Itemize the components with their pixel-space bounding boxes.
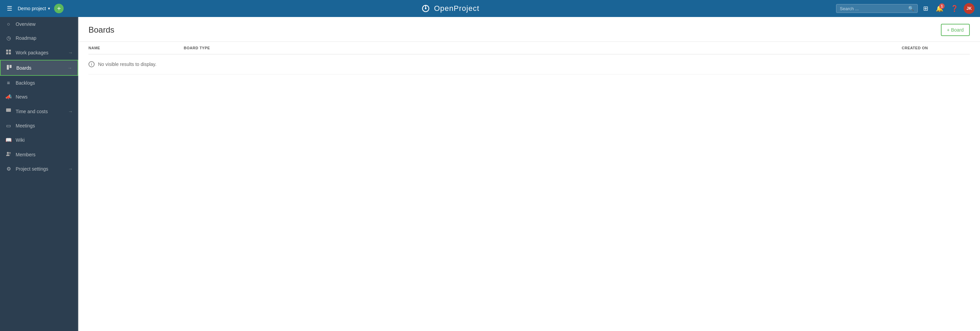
sidebar-item-meetings-label: Meetings bbox=[16, 123, 73, 128]
add-board-button[interactable]: + Board bbox=[941, 24, 970, 36]
svg-rect-3 bbox=[9, 50, 11, 52]
svg-rect-2 bbox=[6, 50, 8, 52]
info-icon: i bbox=[89, 61, 95, 67]
sidebar-resize-handle[interactable] bbox=[77, 17, 78, 331]
add-project-button[interactable]: + bbox=[54, 4, 64, 13]
svg-point-1 bbox=[425, 8, 427, 10]
sidebar-item-roadmap[interactable]: ◷ Roadmap bbox=[0, 31, 78, 45]
sidebar-item-overview[interactable]: ○ Overview bbox=[0, 17, 78, 31]
top-header: ☰ Demo project ▾ + OpenProject 🔍 ⊞ 🔔 1 ❓… bbox=[0, 0, 980, 17]
sidebar-item-wiki-label: Wiki bbox=[16, 137, 73, 143]
sidebar-item-time-and-costs[interactable]: Time and costs → bbox=[0, 104, 78, 119]
work-packages-arrow: → bbox=[68, 50, 73, 55]
logo-text: OpenProject bbox=[434, 4, 479, 13]
table-header: NAME BOARD TYPE CREATED ON bbox=[89, 42, 970, 54]
project-name: Demo project bbox=[18, 6, 46, 11]
col-name-header: NAME bbox=[89, 46, 184, 50]
work-packages-icon bbox=[5, 49, 11, 56]
search-icon: 🔍 bbox=[908, 6, 914, 11]
avatar[interactable]: JK bbox=[964, 3, 975, 14]
project-settings-arrow: → bbox=[68, 166, 73, 172]
col-created-on-header: CREATED ON bbox=[902, 46, 970, 50]
sidebar-item-backlogs[interactable]: ≡ Backlogs bbox=[0, 76, 78, 90]
sidebar-item-news[interactable]: 📣 News bbox=[0, 90, 78, 104]
sidebar-item-overview-label: Overview bbox=[16, 21, 73, 27]
project-selector[interactable]: Demo project ▾ bbox=[18, 6, 50, 11]
sidebar-item-members-label: Members bbox=[16, 152, 73, 157]
svg-rect-7 bbox=[10, 65, 11, 68]
help-icon[interactable]: ❓ bbox=[949, 3, 960, 14]
sidebar-item-meetings[interactable]: ▭ Meetings bbox=[0, 119, 78, 133]
svg-rect-6 bbox=[7, 65, 9, 70]
sidebar-item-wiki[interactable]: 📖 Wiki bbox=[0, 133, 78, 147]
news-icon: 📣 bbox=[5, 94, 11, 100]
sidebar-item-backlogs-label: Backlogs bbox=[16, 80, 73, 86]
no-results-text: No visible results to display. bbox=[98, 62, 156, 67]
time-and-costs-arrow: → bbox=[68, 109, 73, 114]
sidebar-item-members[interactable]: Members bbox=[0, 147, 78, 162]
main-header: Boards + Board bbox=[78, 17, 980, 42]
wiki-icon: 📖 bbox=[5, 137, 11, 143]
svg-rect-5 bbox=[9, 52, 11, 54]
modules-icon[interactable]: ⊞ bbox=[921, 3, 930, 14]
svg-rect-8 bbox=[6, 108, 11, 112]
overview-icon: ○ bbox=[5, 21, 11, 27]
app-logo: OpenProject bbox=[68, 4, 832, 13]
sidebar-item-project-settings[interactable]: ⚙ Project settings → bbox=[0, 162, 78, 176]
no-results-row: i No visible results to display. bbox=[89, 54, 970, 74]
main-content: Boards + Board NAME BOARD TYPE CREATED O… bbox=[78, 17, 980, 331]
search-box[interactable]: 🔍 bbox=[836, 4, 918, 13]
sidebar-item-time-and-costs-label: Time and costs bbox=[16, 109, 64, 114]
col-board-type-header: BOARD TYPE bbox=[184, 46, 902, 50]
boards-arrow: → bbox=[67, 65, 72, 71]
members-icon bbox=[5, 151, 11, 158]
svg-rect-4 bbox=[6, 52, 8, 54]
roadmap-icon: ◷ bbox=[5, 35, 11, 41]
sidebar: ○ Overview ◷ Roadmap Work packages → Boa… bbox=[0, 17, 78, 331]
header-right: 🔍 ⊞ 🔔 1 ❓ JK bbox=[836, 3, 975, 14]
project-chevron-icon: ▾ bbox=[48, 6, 50, 11]
sidebar-item-project-settings-label: Project settings bbox=[16, 166, 64, 172]
sidebar-item-boards[interactable]: Boards → bbox=[0, 60, 78, 76]
search-input[interactable] bbox=[840, 6, 906, 11]
sidebar-item-work-packages-label: Work packages bbox=[16, 50, 64, 55]
time-and-costs-icon bbox=[5, 108, 11, 114]
sidebar-item-news-label: News bbox=[16, 94, 73, 100]
page-title: Boards bbox=[89, 25, 115, 35]
sidebar-item-work-packages[interactable]: Work packages → bbox=[0, 45, 78, 60]
backlogs-icon: ≡ bbox=[5, 80, 11, 86]
sidebar-item-boards-label: Boards bbox=[16, 65, 63, 71]
layout: ○ Overview ◷ Roadmap Work packages → Boa… bbox=[0, 17, 980, 331]
boards-table: NAME BOARD TYPE CREATED ON i No visible … bbox=[78, 42, 980, 74]
svg-point-10 bbox=[9, 152, 11, 154]
meetings-icon: ▭ bbox=[5, 123, 11, 129]
project-settings-icon: ⚙ bbox=[5, 166, 11, 172]
notifications-icon[interactable]: 🔔 1 bbox=[934, 3, 945, 14]
boards-icon bbox=[6, 65, 12, 71]
notification-badge: 1 bbox=[939, 3, 945, 9]
svg-point-9 bbox=[7, 152, 9, 154]
menu-icon[interactable]: ☰ bbox=[5, 3, 14, 14]
sidebar-item-roadmap-label: Roadmap bbox=[16, 35, 73, 41]
